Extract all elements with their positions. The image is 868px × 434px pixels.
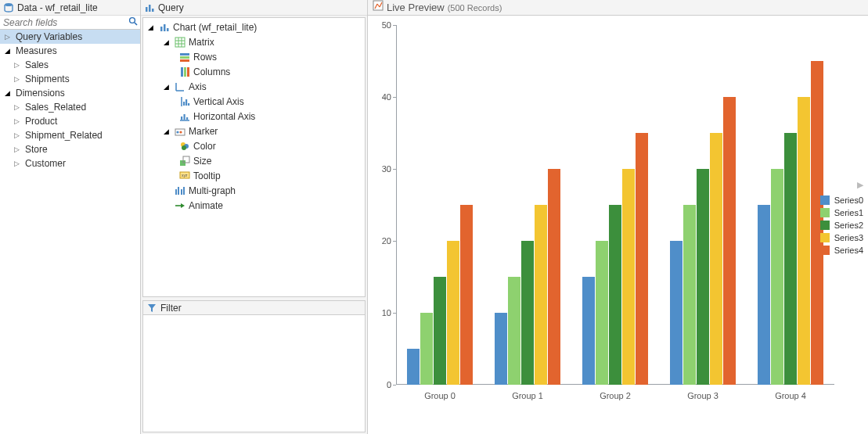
tree-item-customer[interactable]: ▷ Customer <box>0 156 140 170</box>
legend-swatch <box>820 233 830 242</box>
svg-rect-41 <box>178 187 179 195</box>
chevron-right-icon: ▷ <box>14 131 22 139</box>
tree-item-shipments[interactable]: ▷ Shipments <box>0 72 140 86</box>
qtree-marker[interactable]: ◢ Marker <box>143 124 365 138</box>
bar[interactable] <box>636 133 648 385</box>
tree-item-sales-related[interactable]: ▷ Sales_Related <box>0 100 140 114</box>
bar[interactable] <box>622 169 635 385</box>
bar[interactable] <box>723 97 736 385</box>
filter-panel-title: Filter <box>160 303 182 314</box>
x-axis-tick: Group 3 <box>687 391 719 400</box>
bar[interactable] <box>521 241 534 385</box>
svg-marker-46 <box>148 304 156 312</box>
horizontal-axis-icon <box>179 111 190 122</box>
bar[interactable] <box>683 205 696 385</box>
bar[interactable] <box>460 205 473 385</box>
svg-rect-9 <box>175 38 185 47</box>
data-tree: ▷ Query Variables ◢ Measures ▷ Sales ▷ S… <box>0 30 140 170</box>
qtree-vertical-axis[interactable]: Vertical Axis <box>143 94 365 109</box>
bar-group <box>495 25 560 385</box>
axis-icon <box>175 81 185 92</box>
search-icon[interactable] <box>126 16 140 28</box>
search-row <box>0 16 140 30</box>
svg-rect-28 <box>184 114 185 120</box>
bar[interactable] <box>609 205 621 385</box>
qtree-size[interactable]: Size <box>143 153 365 168</box>
size-icon <box>179 156 190 167</box>
qtree-rows[interactable]: Rows <box>143 49 365 64</box>
svg-rect-16 <box>180 59 189 62</box>
qtree-columns[interactable]: Columns <box>143 64 365 79</box>
qtree-axis[interactable]: ◢ Axis <box>143 79 365 94</box>
x-axis-tick: Group 1 <box>512 391 543 400</box>
tree-label: Customer <box>25 158 66 169</box>
bar[interactable] <box>420 313 433 385</box>
chevron-right-icon: ▷ <box>14 145 22 153</box>
bar[interactable] <box>670 241 683 385</box>
bar[interactable] <box>710 133 722 385</box>
bar-group <box>670 25 736 385</box>
qtree-multigraph[interactable]: ◢ Multi-graph <box>143 183 365 198</box>
svg-point-0 <box>5 3 13 6</box>
search-input[interactable] <box>0 17 126 28</box>
legend-item[interactable]: Series4 <box>820 244 863 256</box>
bar[interactable] <box>697 169 709 385</box>
filter-body[interactable] <box>142 314 366 432</box>
svg-rect-14 <box>180 53 189 56</box>
chevron-right-icon: ▷ <box>14 117 22 125</box>
svg-rect-19 <box>187 67 189 77</box>
qtree-color[interactable]: Color <box>143 138 365 153</box>
tree-item-query-variables[interactable]: ▷ Query Variables <box>0 30 140 44</box>
qtree-tooltip[interactable]: xyz Tooltip <box>143 168 365 183</box>
svg-rect-43 <box>183 187 185 195</box>
qtree-animate[interactable]: ◢ Animate <box>143 198 365 213</box>
qtree-label: Vertical Axis <box>193 96 244 107</box>
bar[interactable] <box>596 241 608 385</box>
qtree-horizontal-axis[interactable]: Horizontal Axis <box>143 109 365 124</box>
chevron-right-icon: ▷ <box>5 33 13 41</box>
legend-item[interactable]: Series0 <box>820 194 863 206</box>
tree-item-dimensions[interactable]: ◢ Dimensions <box>0 86 140 100</box>
data-panel-header: Data - wf_retail_lite <box>0 0 140 16</box>
bar[interactable] <box>434 277 446 385</box>
tree-item-product[interactable]: ▷ Product <box>0 114 140 128</box>
tree-label: Measures <box>16 45 57 56</box>
legend-item[interactable]: Series3 <box>820 231 863 244</box>
qtree-label: Size <box>193 156 211 167</box>
preview-icon <box>373 0 384 11</box>
tree-item-store[interactable]: ▷ Store <box>0 142 140 156</box>
bar[interactable] <box>758 205 770 385</box>
preview-body: 01020304050 Group 0Group 1Group 2Group 3… <box>368 16 868 434</box>
bar[interactable] <box>508 277 520 385</box>
chevron-right-icon: ▷ <box>14 75 22 83</box>
tree-item-sales[interactable]: ▷ Sales <box>0 58 140 72</box>
svg-rect-25 <box>188 103 189 106</box>
bar[interactable] <box>582 277 595 385</box>
legend-swatch <box>820 208 830 217</box>
tree-item-measures[interactable]: ◢ Measures <box>0 44 140 58</box>
bar[interactable] <box>784 133 797 385</box>
tree-item-shipment-related[interactable]: ▷ Shipment_Related <box>0 128 140 142</box>
svg-rect-5 <box>152 9 154 12</box>
bar[interactable] <box>798 97 810 385</box>
bar[interactable] <box>447 241 459 385</box>
bar[interactable] <box>771 169 783 385</box>
svg-rect-40 <box>175 189 177 195</box>
bar[interactable] <box>495 313 507 385</box>
qtree-matrix[interactable]: ◢ Matrix <box>143 34 365 49</box>
qtree-chart[interactable]: ◢ Chart (wf_retail_lite) <box>143 20 365 34</box>
legend-item[interactable]: Series2 <box>820 219 863 231</box>
bar[interactable] <box>548 169 560 385</box>
bar[interactable] <box>535 205 547 385</box>
chevron-down-icon: ◢ <box>164 38 171 46</box>
preview-title: Live Preview <box>387 2 445 13</box>
scroll-right-icon[interactable]: ▶ <box>857 180 863 190</box>
data-panel-title: Data - wf_retail_lite <box>17 2 98 13</box>
chevron-down-icon: ◢ <box>164 127 171 135</box>
svg-text:xyz: xyz <box>182 173 188 178</box>
filter-panel: Filter <box>142 300 366 432</box>
legend-label: Series2 <box>834 221 863 230</box>
rows-icon <box>179 52 190 63</box>
legend-item[interactable]: Series1 <box>820 206 863 219</box>
bar[interactable] <box>407 349 420 385</box>
